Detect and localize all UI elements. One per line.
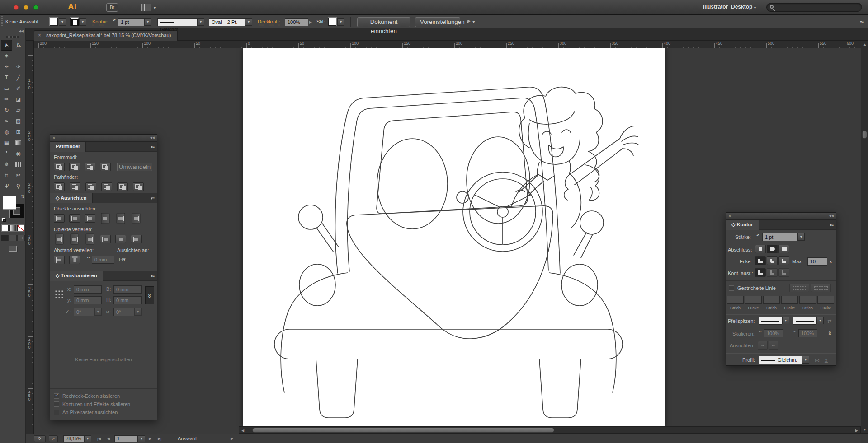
graphic-style-swatch[interactable] <box>328 18 336 26</box>
stroke-color-dropdown[interactable]: ▾ <box>79 18 86 26</box>
align-dash-button[interactable] <box>811 284 831 292</box>
width-profile-select[interactable]: Oval – 2 Pt. <box>209 18 245 26</box>
h-field[interactable]: 0 mm <box>113 296 142 304</box>
scale-tool[interactable]: ▱ <box>13 105 24 116</box>
spacing-field[interactable]: 0 mm <box>92 256 114 264</box>
width-profile-dropdown[interactable]: ▾ <box>245 18 252 26</box>
stroke-weight-dropdown[interactable]: ▾ <box>144 18 151 26</box>
arrange-documents-icon[interactable] <box>141 4 151 11</box>
scale-strokes-effects-checkbox[interactable]: Konturen und Effekte skalieren <box>54 400 153 408</box>
distribute-vcenter-button[interactable] <box>71 234 79 245</box>
lasso-tool[interactable]: ∽ <box>13 51 24 61</box>
previous-artboard-icon[interactable]: ◀ <box>107 437 110 441</box>
align-stroke-inside-button[interactable] <box>767 268 778 277</box>
artboard[interactable] <box>243 48 665 426</box>
slice-tool[interactable]: ✂ <box>13 170 24 181</box>
vertical-ruler[interactable]: 150 200 250 300 350 400 450 <box>26 48 34 434</box>
first-artboard-icon[interactable]: |◀ <box>97 437 101 441</box>
close-document-icon[interactable]: × <box>38 31 41 40</box>
join-miter-button[interactable] <box>755 256 766 265</box>
draw-inside-button[interactable] <box>17 235 25 241</box>
type-tool[interactable]: T <box>1 72 12 83</box>
default-fill-stroke-icon[interactable] <box>1 218 7 223</box>
dash-field[interactable] <box>745 296 762 304</box>
gradient-tool[interactable] <box>13 137 24 148</box>
sync-settings-button[interactable]: ⟳ <box>34 435 46 442</box>
rectangle-tool[interactable]: ▭ <box>1 83 12 94</box>
transform-menu-icon[interactable]: ▾≡ <box>151 274 154 278</box>
join-round-button[interactable] <box>767 256 778 265</box>
stroke-color-swatch[interactable] <box>70 18 78 26</box>
fill-color-dropdown[interactable]: ▾ <box>59 18 66 26</box>
preferences-button[interactable]: Voreinstellungen <box>415 17 460 27</box>
shear-dropdown[interactable]: ▾ <box>134 308 142 316</box>
stroke-panel-link[interactable]: Kontur: <box>92 19 108 24</box>
cap-round-button[interactable] <box>767 245 778 253</box>
panel-toggle-icon[interactable]: ◇ <box>56 273 59 278</box>
weight-stepper[interactable]: ▴▾ <box>755 233 761 241</box>
fill-color-swatch[interactable] <box>50 18 58 26</box>
workspace-dropdown-icon[interactable]: ▾ <box>754 6 756 10</box>
w-field[interactable]: 0 mm <box>113 285 142 294</box>
column-graph-tool[interactable] <box>13 159 24 170</box>
vertical-scrollbar[interactable]: ▲ ▼ <box>861 41 868 434</box>
document-setup-button[interactable]: Dokument einrichten <box>357 17 410 27</box>
weight-dropdown[interactable]: ▾ <box>797 233 805 241</box>
symbol-sprayer-tool[interactable]: ✵ <box>1 159 12 170</box>
align-right-button[interactable] <box>85 214 95 223</box>
arrow-tip-at-end-button[interactable]: ⇤ <box>769 341 778 350</box>
distribute-right-button[interactable] <box>131 235 142 243</box>
outline-button[interactable] <box>117 182 128 191</box>
eyedropper-tool[interactable]: ❜ <box>1 148 12 159</box>
none-button[interactable] <box>17 225 24 231</box>
minus-back-button[interactable] <box>133 182 144 191</box>
expand-button[interactable]: Umwandeln <box>117 163 152 171</box>
unite-button[interactable] <box>54 163 65 171</box>
next-artboard-icon[interactable]: ▶ <box>149 437 151 441</box>
width-tool[interactable]: ≈ <box>1 116 12 126</box>
scroll-down-icon[interactable]: ▼ <box>863 428 867 432</box>
stroke-weight-stepper[interactable]: ▴▾ <box>111 18 117 26</box>
stroke-panel-titlebar[interactable]: × ◀◀ <box>726 213 836 220</box>
workspace-switcher[interactable]: Illustrator_Desktop <box>703 4 752 10</box>
close-panel-icon[interactable]: × <box>728 213 731 219</box>
search-input[interactable] <box>766 3 862 12</box>
collapse-panel-icon[interactable]: ◀◀ <box>829 214 834 218</box>
align-top-button[interactable] <box>101 213 110 224</box>
opacity-field[interactable]: 100% <box>285 18 308 26</box>
swap-fill-stroke-icon[interactable]: ⇄ <box>20 195 25 198</box>
merge-button[interactable] <box>85 182 96 191</box>
crop-button[interactable] <box>101 182 112 191</box>
ruler-origin-corner[interactable] <box>26 41 34 48</box>
y-field[interactable]: 0 mm <box>74 296 102 304</box>
artboard-dropdown[interactable]: ▾ <box>138 435 145 442</box>
swap-arrowheads-icon[interactable]: ⇄ <box>827 318 831 324</box>
distribute-left-button[interactable] <box>100 235 111 243</box>
opacity-flyout-icon[interactable]: ▶ <box>309 20 312 24</box>
scale-end-field[interactable]: 100% <box>798 329 817 337</box>
align-bottom-button[interactable] <box>132 213 141 224</box>
shape-builder-tool[interactable]: ◍ <box>1 126 12 137</box>
dash-field[interactable] <box>727 296 744 304</box>
eraser-tool[interactable]: ◪ <box>13 94 24 105</box>
align-stroke-center-button[interactable] <box>755 268 766 277</box>
magic-wand-tool[interactable]: ✶ <box>1 51 12 61</box>
trim-button[interactable] <box>70 182 80 191</box>
control-bar-grip[interactable] <box>1 16 3 27</box>
scroll-up-icon[interactable]: ▲ <box>863 42 867 47</box>
flip-across-icon[interactable]: ⋈ <box>823 358 829 363</box>
panel-toggle-icon[interactable]: ◇ <box>731 222 735 227</box>
vertical-scroll-thumb[interactable] <box>862 131 867 139</box>
arrowhead-start-dropdown[interactable]: ▾ <box>782 317 789 324</box>
align-left-button[interactable] <box>54 214 65 223</box>
draw-normal-button[interactable] <box>1 235 9 241</box>
zoom-level-field[interactable]: 78,15% <box>63 435 84 442</box>
artboard-number-field[interactable]: 1 <box>114 435 138 442</box>
direct-selection-tool[interactable]: ➤ <box>13 40 24 51</box>
hand-tool[interactable]: Ψ <box>1 181 12 191</box>
reference-point-grid[interactable] <box>54 289 63 298</box>
distribute-hcenter-button[interactable] <box>115 235 126 243</box>
screen-mode-button[interactable] <box>9 246 17 252</box>
align-vcenter-button[interactable] <box>117 213 125 224</box>
distribute-top-button[interactable] <box>55 234 64 245</box>
